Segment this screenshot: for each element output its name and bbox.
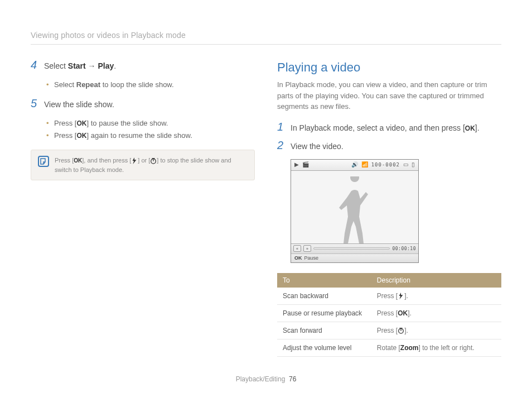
video-controls: « » 00:00:10 [291,243,418,253]
step-2: 2 View the video. [277,141,501,152]
page-number: 76 [289,375,296,383]
ok-icon: OK [398,309,408,317]
page-footer: Playback/Editing 76 [0,375,532,383]
video-caption: OK Pause [291,253,418,262]
note-box: Press [OK], and then press [] or [] to s… [31,150,255,180]
battery-icon: ▭ [403,162,408,168]
step-text: Select Start → Play. [44,60,255,72]
table-row: Adjust the volume level Rotate [Zoom] to… [277,339,501,356]
footer-section: Playback/Editing [236,375,286,383]
breadcrumb: Viewing photos or videos in Playback mod… [31,31,501,45]
signal-icon: 📶 [361,162,368,168]
timer-icon [150,157,157,164]
play-mode-icon: ▶ [294,162,299,168]
right-column: Playing a video In Playback mode, you ca… [277,60,501,357]
caption-label: Pause [304,255,319,261]
table-row: Pause or resume playback Press [OK]. [277,304,501,322]
step-4: 4 Select Start → Play. [31,60,255,72]
left-column: 4 Select Start → Play. Select Repeat to … [31,60,255,357]
ok-icon: OK [76,119,86,127]
ok-icon: OK [465,125,475,132]
step-number: 2 [277,140,286,151]
bullet-item: Press [OK] to pause the slide show. [46,117,255,130]
step-number: 4 [31,59,40,70]
ok-icon: OK [294,255,302,261]
forward-button[interactable]: » [303,245,311,252]
step-5-bullets: Press [OK] to pause the slide show. Pres… [46,117,255,142]
table-row: Scan forward Press []. [277,322,501,339]
progress-bar[interactable] [313,247,390,250]
step-5: 5 View the slide show. [31,99,255,111]
note-icon [38,156,49,167]
controls-table: To Description Scan backward Press []. P… [277,273,501,357]
playback-time: 00:00:10 [392,246,416,251]
step-text: In Playback mode, select a video, and th… [291,122,501,134]
step-4-bullets: Select Repeat to loop the slide show. [46,79,255,91]
table-row: Scan backward Press []. [277,288,501,305]
step-number: 1 [277,121,286,132]
step-1: 1 In Playback mode, select a video, and … [277,122,501,134]
step-number: 5 [31,98,40,109]
video-scene [291,171,418,243]
section-description: In Playback mode, you can view a video, … [277,79,501,112]
timer-icon [398,327,404,334]
volume-icon: 🔊 [351,162,358,168]
section-title: Playing a video [277,60,501,75]
flash-icon [398,293,404,299]
ok-icon: OK [76,132,86,140]
note-text: Press [OK], and then press [] or [] to s… [55,156,248,174]
step-text: View the video. [291,141,501,152]
movie-icon: 🎬 [302,162,309,168]
video-preview: ▶ 🎬 🔊 📶 100-0002 ▭ ▯ « » 00:00:10 [291,159,419,263]
table-header-desc: Description [371,273,501,288]
bullet-item: Press [OK] again to resume the slide sho… [46,130,255,142]
table-header-to: To [277,273,371,288]
flash-icon [131,157,138,164]
card-icon: ▯ [412,162,415,168]
step-text: View the slide show. [44,99,255,111]
rewind-button[interactable]: « [293,245,301,252]
file-counter: 100-0002 [371,162,400,168]
bullet-item: Select Repeat to loop the slide show. [46,79,255,91]
silhouette-figure [327,176,383,243]
video-topbar: ▶ 🎬 🔊 📶 100-0002 ▭ ▯ [291,160,418,171]
